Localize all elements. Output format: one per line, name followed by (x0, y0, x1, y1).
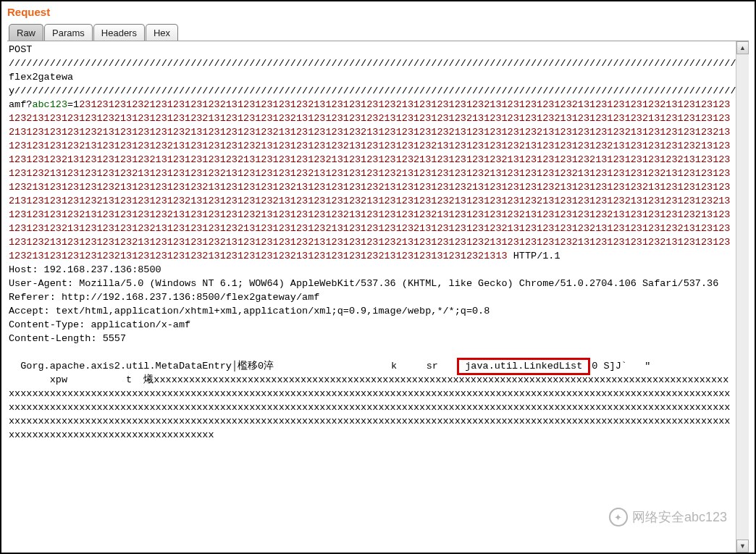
url-amf: amf? (9, 99, 32, 110)
url-slashes: ////////////////////////////////////////… (14, 85, 736, 96)
tab-raw[interactable]: Raw (9, 24, 43, 41)
request-text[interactable]: POST ///////////////////////////////////… (7, 43, 734, 442)
tab-params[interactable]: Params (44, 24, 93, 41)
tab-bar: Raw Params Headers Hex (9, 24, 749, 41)
header-content-length: 5557 (103, 333, 126, 344)
header-user-agent: Mozilla/5.0 (Windows NT 6.1; WOW64) Appl… (79, 278, 718, 289)
header-accept: text/html,application/xhtml+xml,applicat… (56, 306, 490, 316)
scroll-down-button[interactable]: ▼ (736, 540, 749, 553)
panel-title: Request (7, 6, 749, 18)
header-referer: http://192.168.237.136:8500/flex2gateway… (62, 292, 319, 303)
highlighted-classname: java.util.LinkedList (457, 358, 590, 375)
query-value-blob: 2312312312321231231231232131231231231232… (9, 99, 730, 261)
tab-headers[interactable]: Headers (93, 24, 145, 41)
query-key: abc123 (32, 99, 67, 110)
scroll-up-button[interactable]: ▲ (736, 41, 749, 54)
header-content-type: application/x-amf (91, 319, 190, 330)
query-eq: =1 (67, 99, 79, 110)
url-slashes: ////////////////////////////////////////… (9, 58, 736, 69)
header-host: 192.168.237.136:8500 (44, 264, 161, 275)
vertical-scrollbar[interactable]: ▲ ▼ (736, 41, 749, 553)
http-version: HTTP/1.1 (513, 251, 560, 261)
method: POST (9, 44, 32, 55)
raw-request-view[interactable]: POST ///////////////////////////////////… (7, 41, 736, 553)
body-frag: Gorg.apache.axis2.util.MetaDataEntry│檻移0… (9, 361, 274, 372)
tab-hex[interactable]: Hex (146, 24, 178, 41)
